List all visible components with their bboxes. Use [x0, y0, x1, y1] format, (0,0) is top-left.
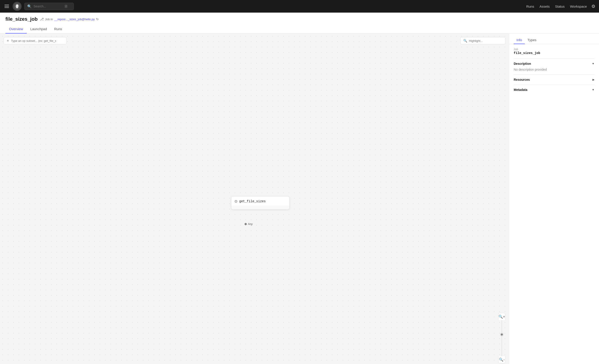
nav-links: Runs Assets Status Workspace: [526, 5, 587, 8]
job-field-value: file_sizes_job: [514, 51, 594, 55]
settings-icon[interactable]: ⚙: [591, 4, 595, 9]
job-link[interactable]: __reposi..._sizes_job@hello.py: [54, 17, 95, 21]
description-section-title: Description: [514, 62, 531, 65]
hamburger-menu[interactable]: [4, 4, 10, 9]
page-title: file_sizes_job: [5, 16, 38, 22]
op-subset-icon: ✳: [7, 39, 9, 43]
page-header: file_sizes_job ⎇ Job in __reposi..._size…: [0, 13, 599, 34]
nav-runs[interactable]: Runs: [526, 5, 534, 8]
metadata-section-title: Metadata: [514, 88, 528, 92]
job-meta-prefix: Job in: [45, 17, 53, 21]
panel-content: Job file_sizes_job Description ▼ No desc…: [509, 44, 599, 364]
job-field-label: Job: [514, 48, 594, 51]
resources-section-title: Resources: [514, 78, 530, 81]
node-name: get_file_sizes: [239, 199, 266, 203]
op-subset-input[interactable]: [11, 39, 56, 43]
description-section-body: No description provided: [514, 68, 594, 71]
resources-section-header[interactable]: Resources ▶: [514, 78, 594, 81]
tab-runs[interactable]: Runs: [51, 25, 66, 34]
node-op-icon: ⊙: [234, 199, 238, 203]
highlight-input[interactable]: [469, 39, 503, 43]
filter-bar: ✳ 🔍: [4, 37, 505, 44]
description-section-header[interactable]: Description ▼: [514, 62, 594, 65]
zoom-in-button[interactable]: 🔍+: [498, 313, 505, 320]
tab-launchpad[interactable]: Launchpad: [27, 25, 51, 34]
node-box[interactable]: ⊙ get_file_sizes: [231, 196, 290, 209]
panel-tabs: Info Types: [509, 34, 599, 44]
node-tag-label: Any: [248, 223, 253, 226]
highlight-input-wrapper[interactable]: 🔍: [460, 37, 505, 44]
main-content: ✳ 🔍 ⊙ get_file_sizes Any: [0, 34, 599, 364]
app-logo[interactable]: [13, 2, 22, 11]
node-body: [231, 206, 289, 209]
resources-section: Resources ▶: [514, 74, 594, 85]
description-section: Description ▼ No description provided: [514, 59, 594, 74]
zoom-slider-thumb[interactable]: [500, 333, 503, 336]
search-shortcut: /: [65, 5, 68, 8]
topnav: 🔍 / Runs Assets Status Workspace ⚙: [0, 0, 599, 13]
job-meta: ⎇ Job in __reposi..._sizes_job@hello.py …: [40, 17, 99, 21]
resources-arrow-icon: ▶: [592, 78, 594, 81]
canvas-area[interactable]: ✳ 🔍 ⊙ get_file_sizes Any: [0, 34, 509, 364]
nav-assets[interactable]: Assets: [540, 5, 550, 8]
highlight-search-icon: 🔍: [463, 39, 467, 43]
tabs: Overview Launchpad Runs: [5, 25, 594, 33]
metadata-section: Metadata ▼: [514, 85, 594, 95]
description-arrow-icon: ▼: [592, 62, 594, 65]
zoom-out-button[interactable]: 🔍-: [498, 356, 505, 363]
node-tag-dot: [245, 223, 247, 225]
metadata-arrow-icon: ▼: [592, 88, 594, 91]
zoom-controls: 🔍+ 🔍-: [498, 313, 505, 363]
job-meta-icon: ⎇: [40, 17, 44, 21]
refresh-icon[interactable]: ↻: [96, 17, 99, 21]
node-tag: Any: [245, 223, 253, 226]
right-panel: Info Types Job file_sizes_job Descriptio…: [509, 34, 599, 364]
panel-tab-types[interactable]: Types: [525, 36, 539, 44]
panel-tab-info[interactable]: Info: [514, 36, 525, 44]
search-bar[interactable]: 🔍 /: [24, 3, 74, 10]
svg-point-2: [17, 5, 18, 6]
zoom-slider-track[interactable]: [502, 320, 502, 356]
search-icon: 🔍: [27, 4, 32, 9]
search-input[interactable]: [34, 5, 63, 8]
node-header: ⊙ get_file_sizes: [231, 196, 289, 206]
metadata-section-header[interactable]: Metadata ▼: [514, 88, 594, 92]
tab-overview[interactable]: Overview: [5, 25, 27, 34]
nav-workspace[interactable]: Workspace: [570, 5, 587, 8]
nav-status[interactable]: Status: [555, 5, 565, 8]
op-subset-input-wrapper[interactable]: ✳: [4, 37, 67, 44]
